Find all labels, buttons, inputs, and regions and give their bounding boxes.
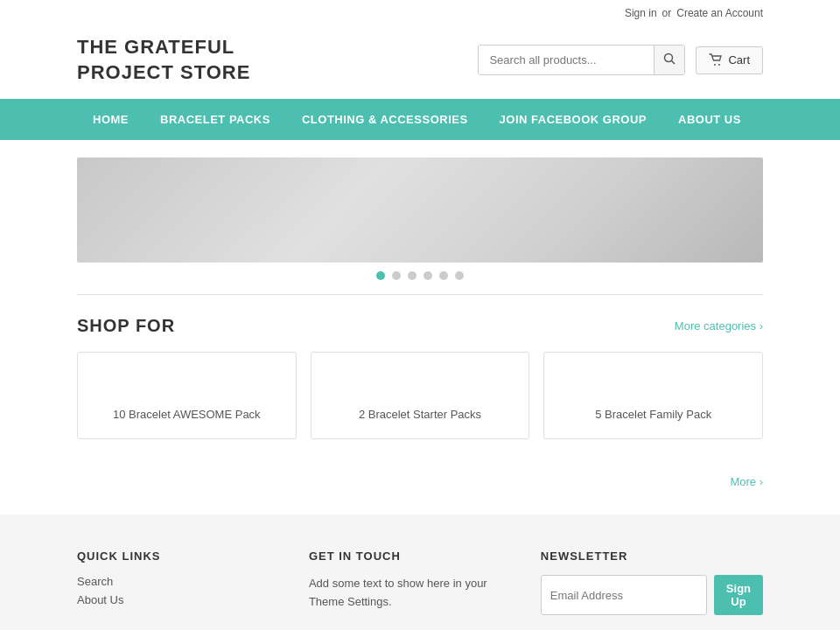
nav-bracelet-packs[interactable]: BRACELET PACKS xyxy=(144,99,286,140)
product-label-3: 5 Bracelet Family Pack xyxy=(595,408,711,421)
footer: QUICK LINKS Search About Us GET IN TOUCH… xyxy=(0,514,840,630)
footer-quick-links: QUICK LINKS Search About Us xyxy=(77,550,256,615)
dot-5[interactable] xyxy=(439,271,448,280)
header-right: Cart xyxy=(478,45,763,75)
newsletter-form: Sign Up xyxy=(541,575,763,615)
header-top: Sign in or Create an Account xyxy=(0,0,840,26)
banner-dots xyxy=(0,271,840,280)
or-separator: or xyxy=(662,7,672,19)
product-label-1: 10 Bracelet AWESOME Pack xyxy=(113,408,261,421)
create-account-link[interactable]: Create an Account xyxy=(676,7,763,19)
search-form xyxy=(478,45,685,75)
cart-icon xyxy=(709,53,723,67)
more-link[interactable]: More › xyxy=(730,475,763,488)
quick-links-heading: QUICK LINKS xyxy=(77,550,256,563)
get-in-touch-text: Add some text to show here in your Theme… xyxy=(309,575,488,612)
footer-get-in-touch: GET IN TOUCH Add some text to show here … xyxy=(309,550,488,615)
search-button[interactable] xyxy=(654,46,684,74)
newsletter-signup-button[interactable]: Sign Up xyxy=(714,575,763,615)
cart-label: Cart xyxy=(728,53,750,66)
newsletter-email-input[interactable] xyxy=(541,575,707,615)
banner-image xyxy=(77,158,763,262)
newsletter-heading: NEWSLETTER xyxy=(541,550,763,563)
dot-1[interactable] xyxy=(376,271,385,280)
nav-facebook[interactable]: JOIN FACEBOOK GROUP xyxy=(484,99,662,140)
shop-header: SHOP FOR More categories › xyxy=(77,316,763,336)
search-icon xyxy=(663,52,676,65)
signin-link[interactable]: Sign in xyxy=(625,7,657,19)
product-card-2[interactable]: 2 Bracelet Starter Packs xyxy=(311,352,530,439)
get-in-touch-heading: GET IN TOUCH xyxy=(309,550,488,563)
more-link-section: More › xyxy=(0,466,840,506)
shop-title: SHOP FOR xyxy=(77,316,175,336)
svg-point-0 xyxy=(665,54,673,62)
dot-2[interactable] xyxy=(392,271,401,280)
shop-section: SHOP FOR More categories › 10 Bracelet A… xyxy=(0,295,840,466)
nav-clothing-accessories[interactable]: CLOTHING & ACCESSORIES xyxy=(286,99,484,140)
product-grid: 10 Bracelet AWESOME Pack 2 Bracelet Star… xyxy=(77,352,763,439)
header-main: THE GRATEFUL PROJECT STORE Cart xyxy=(0,26,840,99)
main-nav: HOME BRACELET PACKS CLOTHING & ACCESSORI… xyxy=(0,99,840,140)
svg-line-1 xyxy=(672,61,676,65)
more-categories-link[interactable]: More categories › xyxy=(675,319,763,332)
dot-6[interactable] xyxy=(455,271,464,280)
svg-point-2 xyxy=(714,64,716,66)
svg-point-3 xyxy=(718,64,720,66)
cart-button[interactable]: Cart xyxy=(696,46,763,74)
product-card-3[interactable]: 5 Bracelet Family Pack xyxy=(543,352,763,439)
banner xyxy=(77,158,763,262)
footer-grid: QUICK LINKS Search About Us GET IN TOUCH… xyxy=(77,550,763,615)
footer-newsletter: NEWSLETTER Sign Up xyxy=(541,550,763,615)
dot-4[interactable] xyxy=(424,271,432,280)
search-input[interactable] xyxy=(479,46,654,74)
footer-link-search[interactable]: Search xyxy=(77,575,256,588)
store-title: THE GRATEFUL PROJECT STORE xyxy=(77,35,250,85)
footer-link-about[interactable]: About Us xyxy=(77,593,256,606)
nav-about[interactable]: ABOUT US xyxy=(662,99,757,140)
product-label-2: 2 Bracelet Starter Packs xyxy=(359,408,481,421)
dot-3[interactable] xyxy=(408,271,416,280)
nav-home[interactable]: HOME xyxy=(77,99,144,140)
product-card-1[interactable]: 10 Bracelet AWESOME Pack xyxy=(77,352,297,439)
